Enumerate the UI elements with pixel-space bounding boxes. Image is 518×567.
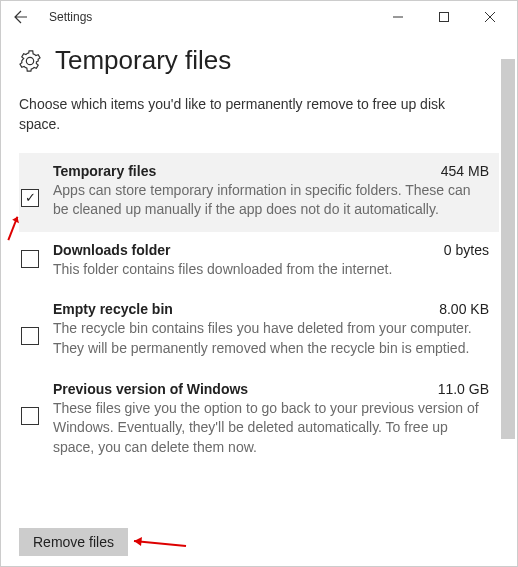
item-size: 0 bytes [444, 242, 489, 258]
checkbox[interactable] [21, 327, 39, 345]
annotation-arrow [128, 535, 188, 549]
item-size: 11.0 GB [438, 381, 489, 397]
content: Choose which items you'd like to permane… [1, 84, 517, 469]
window-controls [375, 1, 513, 33]
item-description: The recycle bin contains files you have … [53, 319, 489, 358]
item-head: Previous version of Windows11.0 GB [53, 381, 489, 397]
maximize-button[interactable] [421, 1, 467, 33]
checkbox-wrap [21, 381, 43, 458]
svg-rect-0 [440, 13, 449, 22]
check-icon: ✓ [25, 191, 36, 204]
list-item: Downloads folder0 bytesThis folder conta… [19, 232, 499, 292]
list-item: Previous version of Windows11.0 GBThese … [19, 371, 499, 470]
scrollbar-thumb[interactable] [501, 59, 515, 439]
item-body: Previous version of Windows11.0 GBThese … [53, 381, 489, 458]
item-head: Downloads folder0 bytes [53, 242, 489, 258]
gear-icon [19, 50, 41, 72]
svg-line-3 [134, 541, 186, 546]
checkbox-wrap: ✓ [21, 163, 43, 220]
item-title: Downloads folder [53, 242, 170, 258]
item-size: 454 MB [441, 163, 489, 179]
items-list: ✓Temporary files454 MBApps can store tem… [19, 153, 499, 470]
svg-marker-4 [134, 537, 142, 546]
checkbox[interactable] [21, 250, 39, 268]
item-title: Previous version of Windows [53, 381, 248, 397]
checkbox[interactable]: ✓ [21, 189, 39, 207]
remove-files-button[interactable]: Remove files [19, 528, 128, 556]
maximize-icon [439, 12, 449, 22]
back-arrow-icon [13, 9, 29, 25]
item-head: Temporary files454 MB [53, 163, 489, 179]
item-body: Empty recycle bin8.00 KBThe recycle bin … [53, 301, 489, 358]
item-size: 8.00 KB [439, 301, 489, 317]
item-description: This folder contains files downloaded fr… [53, 260, 489, 280]
close-icon [485, 12, 495, 22]
scrollbar[interactable] [501, 59, 515, 528]
list-item: Empty recycle bin8.00 KBThe recycle bin … [19, 291, 499, 370]
item-body: Downloads folder0 bytesThis folder conta… [53, 242, 489, 280]
checkbox-wrap [21, 301, 43, 358]
item-body: Temporary files454 MBApps can store temp… [53, 163, 489, 220]
minimize-icon [393, 12, 403, 22]
item-description: Apps can store temporary information in … [53, 181, 489, 220]
back-button[interactable] [5, 1, 37, 33]
page-header: Temporary files [1, 33, 517, 84]
titlebar: Settings [1, 1, 517, 33]
page-title: Temporary files [55, 45, 231, 76]
checkbox[interactable] [21, 407, 39, 425]
window-title: Settings [49, 10, 92, 24]
item-head: Empty recycle bin8.00 KB [53, 301, 489, 317]
item-description: These files give you the option to go ba… [53, 399, 489, 458]
page-description: Choose which items you'd like to permane… [19, 94, 499, 135]
item-title: Empty recycle bin [53, 301, 173, 317]
minimize-button[interactable] [375, 1, 421, 33]
list-item: ✓Temporary files454 MBApps can store tem… [19, 153, 499, 232]
checkbox-wrap [21, 242, 43, 280]
item-title: Temporary files [53, 163, 156, 179]
close-button[interactable] [467, 1, 513, 33]
